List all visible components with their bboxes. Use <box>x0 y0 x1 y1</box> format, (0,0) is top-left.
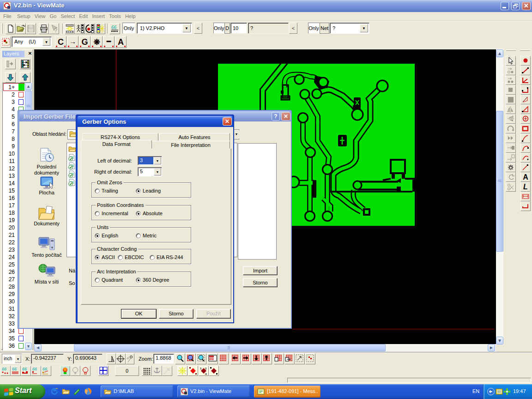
svg-text:A: A <box>523 173 528 181</box>
svg-text:66: 66 <box>2 367 6 371</box>
svg-text:s: s <box>205 367 207 370</box>
svg-text:s: s <box>200 367 202 370</box>
svg-text:?: ? <box>54 27 57 34</box>
svg-text:66: 66 <box>42 367 47 371</box>
svg-text:L: L <box>523 183 528 191</box>
svg-text:66: 66 <box>22 367 27 371</box>
svg-text:66: 66 <box>32 367 37 371</box>
svg-text:66: 66 <box>111 25 117 30</box>
svg-text:66: 66 <box>12 367 17 371</box>
svg-text:a: a <box>205 372 207 375</box>
